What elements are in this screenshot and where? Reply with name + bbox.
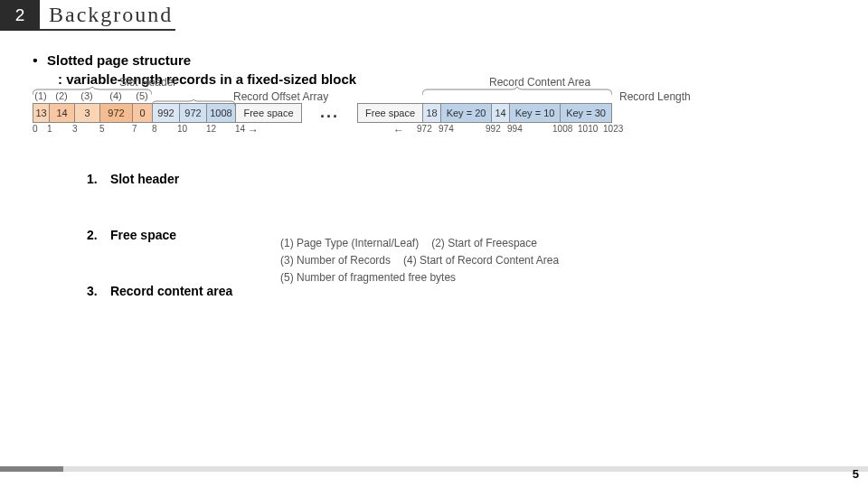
diagram-right: Record Content Area Record Length Free s… — [357, 103, 612, 136]
tick: 994 — [507, 124, 523, 134]
byte-cell: 972 — [100, 104, 133, 122]
legend-5: (5) Number of fragmented free bytes — [280, 269, 456, 286]
byte-cell: 992 — [153, 104, 180, 122]
tick: 14 — [235, 124, 245, 134]
byte-cell: 0 — [133, 104, 153, 122]
list-num: 3. — [87, 284, 107, 298]
tick: 1010 — [578, 124, 598, 134]
list-num: 1. — [87, 172, 107, 186]
ellipsis: ··· — [320, 108, 339, 132]
slot-header-legend: (1) Page Type (Internal/Leaf) (2) Start … — [280, 235, 559, 287]
bullet-text: Slotted page structure — [47, 52, 191, 68]
diagram: Slot Header Record Offset Array (1) (2) … — [33, 103, 835, 136]
tick: 972 — [417, 124, 432, 134]
bullet-main: • Slotted page structure — [33, 52, 835, 68]
byte-cell: 18 — [423, 104, 441, 122]
byte-cell: 972 — [180, 104, 207, 122]
byte-cell: Key = 20 — [441, 104, 492, 122]
tick: 3 — [72, 124, 78, 134]
col-5: (5) — [132, 90, 152, 101]
byte-cell: Free space — [358, 104, 423, 122]
list-num: 2. — [87, 228, 107, 242]
tick: 12 — [206, 124, 216, 134]
byte-cell: Key = 10 — [510, 104, 561, 122]
list-text: Slot header — [110, 172, 179, 186]
tick: 1 — [47, 124, 52, 134]
footer: 5 — [0, 466, 868, 488]
byte-cell: 3 — [75, 104, 100, 122]
list-item-1: 1. Slot header — [87, 172, 835, 186]
bullet-dot: • — [33, 52, 38, 68]
list-text: Free space — [110, 228, 176, 242]
tick: 7 — [132, 124, 137, 134]
col-1: (1) — [33, 90, 49, 101]
byte-cell: 14 — [50, 104, 75, 122]
page-number: 5 — [853, 467, 859, 481]
label-record-offset-array: Record Offset Array — [233, 90, 328, 103]
tick: 5 — [99, 124, 105, 134]
diagram-left: Slot Header Record Offset Array (1) (2) … — [33, 103, 302, 136]
legend-4: (4) Start of Record Content Area — [403, 252, 559, 269]
header-col-labels: (1) (2) (3) (4) (5) — [33, 90, 152, 101]
tick: 1008 — [552, 124, 572, 134]
left-ticks: → 013578101214 — [33, 123, 302, 136]
tick: 10 — [177, 124, 187, 134]
legend-1: (1) Page Type (Internal/Leaf) — [280, 235, 419, 252]
tick: 974 — [439, 124, 454, 134]
byte-cell: 13 — [33, 104, 50, 122]
col-3: (3) — [74, 90, 99, 101]
tick: 1023 — [603, 124, 623, 134]
section-title: Background — [40, 0, 175, 31]
byte-cell: Key = 30 — [561, 104, 611, 122]
col-2: (2) — [49, 90, 74, 101]
tick: 8 — [152, 124, 157, 134]
section-number: 2 — [0, 0, 40, 31]
col-4: (4) — [99, 90, 132, 101]
right-ticks: ← 972974992994100810101023 — [357, 123, 612, 136]
legend-3: (3) Number of Records — [280, 252, 391, 269]
slide-body: • Slotted page structure : variable-leng… — [0, 31, 868, 298]
list-text: Record content area — [110, 284, 232, 298]
tick: 992 — [486, 124, 501, 134]
title-bar: 2 Background — [0, 0, 868, 31]
tick: 0 — [33, 124, 38, 134]
label-record-length: Record Length — [619, 90, 691, 103]
right-byte-row: Free space18Key = 2014Key = 10Key = 30 — [357, 103, 612, 123]
byte-cell: Free space — [236, 104, 301, 122]
byte-cell: 14 — [492, 104, 510, 122]
legend-2: (2) Start of Freespace — [431, 235, 537, 252]
byte-cell: 1008 — [207, 104, 236, 122]
